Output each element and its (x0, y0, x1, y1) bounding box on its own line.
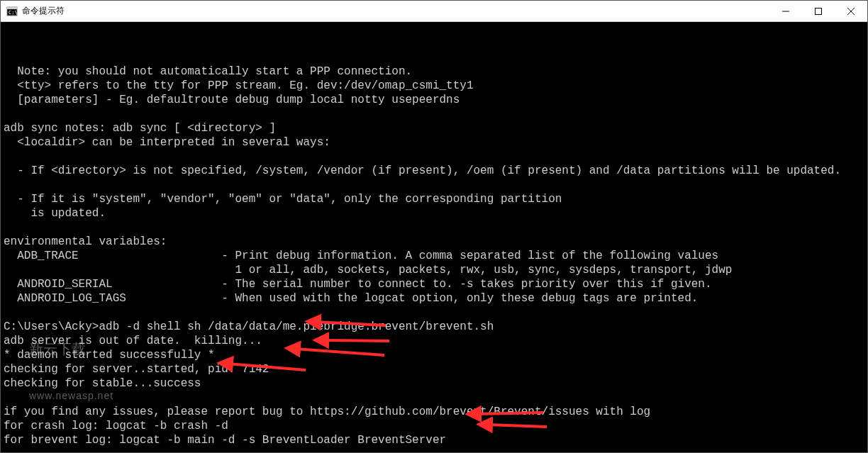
maximize-button[interactable] (802, 1, 835, 21)
titlebar[interactable]: C:\ 命令提示符 (1, 1, 867, 22)
close-button[interactable] (835, 1, 867, 21)
terminal-line: C:\Users\Acky>adb -d shell sh /data/data… (4, 320, 864, 334)
svg-rect-1 (7, 7, 17, 9)
cmd-icon: C:\ (6, 6, 18, 17)
terminal-line: checking for server..started, pid: 7142 (4, 362, 864, 376)
terminal-line: Note: you should not automatically start… (4, 65, 864, 79)
terminal-line: checking for stable...success (4, 376, 864, 391)
terminal-line: ANDROID_SERIAL - The serial number to co… (4, 277, 864, 291)
terminal-output[interactable]: Note: you should not automatically start… (1, 22, 867, 452)
terminal-line: if you find any issues, please report bu… (4, 405, 864, 419)
terminal-line: adb sync notes: adb sync [ <directory> ] (4, 121, 864, 135)
terminal-line: for crash log: logcat -b crash -d (4, 419, 864, 433)
window-title: 命令提示符 (22, 5, 65, 17)
terminal-line (4, 447, 864, 452)
terminal-line: - If <directory> is not specified, /syst… (4, 164, 864, 178)
terminal-line: ANDROID_LOG_TAGS - When used with the lo… (4, 291, 864, 306)
terminal-line (4, 306, 864, 320)
terminal-line: is updated. (4, 206, 864, 220)
terminal-line: <tty> refers to the tty for PPP stream. … (4, 79, 864, 93)
terminal-line: environmental variables: (4, 235, 864, 249)
terminal-line (4, 391, 864, 405)
terminal-line: 1 or all, adb, sockets, packets, rwx, us… (4, 263, 864, 277)
svg-rect-4 (816, 8, 822, 14)
terminal-line: adb server is out of date. killing... (4, 334, 864, 348)
window-controls (769, 1, 867, 21)
terminal-line: <localdir> can be interpreted in several… (4, 135, 864, 150)
terminal-line: ADB_TRACE - Print debug information. A c… (4, 249, 864, 263)
terminal-line (4, 150, 864, 164)
terminal-line (4, 107, 864, 121)
terminal-line (4, 178, 864, 192)
terminal-line: for brevent log: logcat -b main -d -s Br… (4, 433, 864, 447)
terminal-line: - If it is "system", "vendor", "oem" or … (4, 192, 864, 206)
terminal-line: * daemon started successfully * (4, 348, 864, 362)
terminal-line (4, 220, 864, 235)
terminal-line: [parameters] - Eg. defaultroute debug du… (4, 93, 864, 107)
svg-text:C:\: C:\ (9, 10, 18, 16)
command-prompt-window: C:\ 命令提示符 Note: you should not automatic… (0, 0, 868, 453)
minimize-button[interactable] (769, 1, 802, 21)
